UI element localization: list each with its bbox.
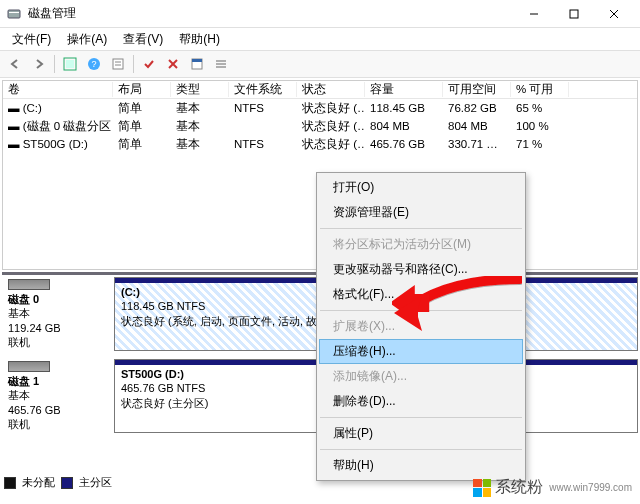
svg-rect-0 [8,10,20,18]
disk-info[interactable]: 磁盘 0 基本 119.24 GB 联机 [2,277,114,351]
col-fs[interactable]: 文件系统 [229,82,297,97]
ctx-format[interactable]: 格式化(F)... [319,282,523,307]
settings-icon[interactable] [107,53,129,75]
toolbar-separator [133,55,134,73]
delete-icon[interactable] [162,53,184,75]
context-menu: 打开(O) 资源管理器(E) 将分区标记为活动分区(M) 更改驱动器号和路径(C… [316,172,526,481]
ctx-separator [320,417,522,418]
legend-unallocated: 未分配 [22,475,55,490]
window-title: 磁盘管理 [28,5,514,22]
legend-primary: 主分区 [79,475,112,490]
disk-info[interactable]: 磁盘 1 基本 465.76 GB 联机 [2,359,114,433]
col-layout[interactable]: 布局 [113,82,171,97]
disk-icon [8,279,50,290]
watermark-url: www.win7999.com [549,482,632,493]
help-icon[interactable]: ? [83,53,105,75]
toolbar: ? [0,50,640,78]
list-row[interactable]: ▬ (磁盘 0 磁盘分区 2) 简单 基本 状态良好 (… 804 MB 804… [3,117,637,135]
svg-rect-16 [192,59,202,62]
svg-text:?: ? [91,59,96,69]
app-icon [6,6,22,22]
watermark-text: 系统粉 [495,477,543,498]
windows-logo-icon [473,479,491,497]
close-button[interactable] [594,0,634,28]
volume-list-header: 卷 布局 类型 文件系统 状态 容量 可用空间 % 可用 [3,81,637,99]
ctx-add-mirror: 添加镜像(A)... [319,364,523,389]
title-bar: 磁盘管理 [0,0,640,28]
svg-rect-10 [113,59,123,69]
legend: 未分配 主分区 [4,475,112,490]
col-capacity[interactable]: 容量 [365,82,443,97]
primary-swatch [61,477,73,489]
ctx-delete[interactable]: 删除卷(D)... [319,389,523,414]
ctx-mark-active: 将分区标记为活动分区(M) [319,232,523,257]
ctx-properties[interactable]: 属性(P) [319,421,523,446]
maximize-button[interactable] [554,0,594,28]
unallocated-swatch [4,477,16,489]
col-status[interactable]: 状态 [297,82,365,97]
ctx-shrink[interactable]: 压缩卷(H)... [319,339,523,364]
ctx-separator [320,310,522,311]
ctx-change-letter[interactable]: 更改驱动器号和路径(C)... [319,257,523,282]
ctx-help[interactable]: 帮助(H) [319,453,523,478]
toolbar-separator [54,55,55,73]
menu-action[interactable]: 操作(A) [59,29,115,50]
watermark: 系统粉 www.win7999.com [473,477,632,498]
check-icon[interactable] [138,53,160,75]
svg-rect-3 [570,10,578,18]
svg-rect-1 [9,12,19,13]
svg-rect-7 [66,60,74,68]
col-pct[interactable]: % 可用 [511,82,569,97]
disk-icon [8,361,50,372]
ctx-open[interactable]: 打开(O) [319,175,523,200]
back-button[interactable] [4,53,26,75]
refresh-scope-icon[interactable] [59,53,81,75]
menu-help[interactable]: 帮助(H) [171,29,228,50]
menu-bar: 文件(F) 操作(A) 查看(V) 帮助(H) [0,28,640,50]
menu-view[interactable]: 查看(V) [115,29,171,50]
minimize-button[interactable] [514,0,554,28]
window-controls [514,0,634,28]
col-free[interactable]: 可用空间 [443,82,511,97]
forward-button[interactable] [28,53,50,75]
ctx-separator [320,449,522,450]
ctx-separator [320,228,522,229]
ctx-explorer[interactable]: 资源管理器(E) [319,200,523,225]
properties-icon[interactable] [186,53,208,75]
col-volume[interactable]: 卷 [3,82,113,97]
ctx-extend: 扩展卷(X)... [319,314,523,339]
list-row[interactable]: ▬ (C:) 简单 基本 NTFS 状态良好 (… 118.45 GB 76.8… [3,99,637,117]
col-type[interactable]: 类型 [171,82,229,97]
list-icon[interactable] [210,53,232,75]
menu-file[interactable]: 文件(F) [4,29,59,50]
list-row[interactable]: ▬ ST500G (D:) 简单 基本 NTFS 状态良好 (… 465.76 … [3,135,637,153]
